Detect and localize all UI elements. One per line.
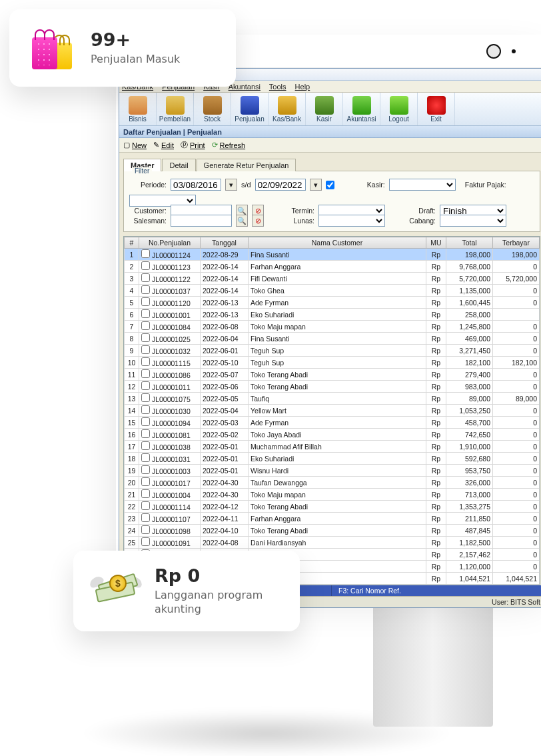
toolbar-button-kasbank[interactable]: Kas/Bank [269, 93, 306, 125]
table-row[interactable]: 5 JL000011202022-06-13Ade FyrmanRp1,600,… [125, 297, 540, 309]
row-checkbox[interactable] [141, 261, 150, 270]
col-header[interactable]: No.Penjualan [139, 237, 201, 249]
row-checkbox[interactable] [141, 501, 150, 510]
breadcrumb: Daftar Penjualan | Penjualan [119, 126, 541, 138]
row-checkbox[interactable] [141, 429, 150, 438]
row-checkbox[interactable] [141, 477, 150, 486]
tab-detail[interactable]: Detail [162, 159, 195, 171]
col-header[interactable]: Tanggal [201, 237, 249, 249]
table-row[interactable]: 19 JL000010032022-05-01Wisnu HardiRp953,… [125, 465, 540, 477]
col-header[interactable]: Terbayar [493, 237, 540, 249]
kas/bank-icon [278, 96, 296, 115]
row-checkbox[interactable] [141, 369, 150, 378]
table-row[interactable]: 21 JL000010042022-04-30Toko Maju mapanRp… [125, 489, 540, 501]
kasir-label: Kasir: [338, 181, 385, 189]
table-row[interactable]: 11 JL000010862022-05-07Toko Terang Abadi… [125, 369, 540, 381]
row-checkbox[interactable] [141, 297, 150, 306]
salesman-search-icon[interactable]: 🔍 [236, 215, 248, 227]
toolbar-button-penjualan[interactable]: Penjualan [231, 93, 269, 125]
row-checkbox[interactable] [141, 417, 150, 426]
table-row[interactable]: 9 JL000010322022-06-01Teguh SupRp3,271,4… [125, 345, 540, 357]
row-checkbox[interactable] [141, 489, 150, 498]
table-row[interactable]: 1 JL000011242022-08-29Fina SusantiRp198,… [125, 249, 540, 261]
toolbar-button-logout[interactable]: Logout [380, 93, 418, 125]
table-row[interactable]: 20 JL000010172022-04-30Taufan DewanggaRp… [125, 477, 540, 489]
faktur-label: Faktur Pajak: [460, 181, 506, 189]
filter-heading: Filter [132, 167, 152, 175]
row-checkbox[interactable] [141, 273, 150, 282]
status-user: User: BITS Soft [492, 598, 540, 606]
table-row[interactable]: 7 JL000010842022-06-08Toko Maju mapanRp1… [125, 321, 540, 333]
print-button[interactable]: ⓟPrint [181, 140, 205, 150]
table-row[interactable]: 25 JL000010912022-04-08Dani HardiansyahR… [125, 537, 540, 549]
sales-grid[interactable]: #No.PenjualanTanggalNama CustomerMUTotal… [123, 236, 540, 585]
periode-to-calendar-icon[interactable]: ▾ [310, 179, 322, 191]
row-checkbox[interactable] [141, 513, 150, 522]
stock-icon [203, 96, 222, 115]
tab-generate-retur[interactable]: Generate Retur Penjualan [197, 159, 296, 171]
periode-from-calendar-icon[interactable]: ▾ [225, 179, 237, 191]
row-checkbox[interactable] [141, 393, 150, 402]
col-header[interactable]: MU [426, 237, 446, 249]
toolbar-button-bisnis[interactable]: Bisnis [119, 93, 157, 125]
row-checkbox[interactable] [141, 333, 150, 342]
table-row[interactable]: 6 JL000010012022-06-13Eko SuhariadiRp258… [125, 309, 540, 321]
row-checkbox[interactable] [141, 285, 150, 294]
promo-card-price: $ Rp 0 Langganan program akunting [73, 551, 300, 631]
main-toolbar: BisnisPembelianStockPenjualanKas/BankKas… [119, 93, 541, 126]
table-row[interactable]: 24 JL000010982022-04-10Toko Terang Abadi… [125, 525, 540, 537]
table-row[interactable]: 4 JL000010372022-06-14Toko GheaRp1,135,0… [125, 285, 540, 297]
periode-enable-checkbox[interactable] [326, 181, 334, 189]
table-row[interactable]: 16 JL000010812022-05-02Toko Jaya AbadiRp… [125, 429, 540, 441]
table-row[interactable]: 8 JL000010252022-06-04Fina SusantiRp469,… [125, 333, 540, 345]
row-checkbox[interactable] [141, 441, 150, 450]
cabang-select[interactable] [440, 215, 506, 227]
kasir-select[interactable] [389, 179, 456, 191]
table-row[interactable]: 2 JL000011232022-06-14Farhan AnggaraRp9,… [125, 261, 540, 273]
row-checkbox[interactable] [141, 525, 150, 534]
menu-help[interactable]: Help [295, 83, 310, 91]
row-checkbox[interactable] [141, 357, 150, 366]
table-row[interactable]: 12 JL000010112022-05-06Toko Terang Abadi… [125, 381, 540, 393]
row-checkbox[interactable] [141, 537, 150, 546]
salesman-label: Salesman: [129, 217, 167, 225]
akuntansi-icon [352, 96, 371, 115]
menu-akuntansi[interactable]: Akuntansi [229, 83, 261, 91]
row-checkbox[interactable] [141, 381, 150, 390]
toolbar-button-kasir[interactable]: Kasir [306, 93, 343, 125]
table-row[interactable]: 15 JL000010942022-05-03Ade FyrmanRp458,7… [125, 417, 540, 429]
lunas-select[interactable] [318, 215, 385, 227]
row-checkbox[interactable] [141, 249, 150, 258]
webcam-icon [486, 44, 501, 59]
table-row[interactable]: 22 JL000011142022-04-12Toko Terang Abadi… [125, 501, 540, 513]
table-row[interactable]: 18 JL000010312022-05-01Eko SuhariadiRp59… [125, 453, 540, 465]
table-row[interactable]: 13 JL000010752022-05-05TaufiqRp89,00089,… [125, 393, 540, 405]
row-checkbox[interactable] [141, 345, 150, 354]
refresh-button[interactable]: ⟳Refresh [212, 141, 246, 149]
table-row[interactable]: 14 JL000010302022-05-04Yellow MartRp1,05… [125, 405, 540, 417]
table-row[interactable]: 17 JL000010382022-05-01Muchammad Afif Bi… [125, 441, 540, 453]
salesman-clear-icon[interactable]: ⊘ [252, 215, 264, 227]
tab-strip: Master Detail Generate Retur Penjualan [123, 158, 540, 171]
row-checkbox[interactable] [141, 321, 150, 330]
periode-from-input[interactable] [171, 179, 221, 191]
new-button[interactable]: ▢New [123, 141, 147, 149]
row-checkbox[interactable] [141, 405, 150, 414]
salesman-input[interactable] [171, 215, 232, 227]
row-checkbox[interactable] [141, 453, 150, 462]
table-row[interactable]: 23 JL000011072022-04-11Farhan AnggaraRp2… [125, 513, 540, 525]
table-row[interactable]: 10 JL000011152022-05-10Teguh SupRp182,10… [125, 357, 540, 369]
row-checkbox[interactable] [141, 465, 150, 474]
row-checkbox[interactable] [141, 309, 150, 318]
toolbar-button-exit[interactable]: Exit [418, 93, 455, 125]
menu-tools[interactable]: Tools [269, 83, 286, 91]
periode-to-input[interactable] [255, 179, 306, 191]
toolbar-button-pembelian[interactable]: Pembelian [157, 93, 194, 125]
table-row[interactable]: 3 JL000011222022-06-14Fifi DewantiRp5,72… [125, 273, 540, 285]
col-header[interactable]: Total [446, 237, 493, 249]
toolbar-button-akuntansi[interactable]: Akuntansi [343, 93, 380, 125]
toolbar-button-stock[interactable]: Stock [194, 93, 231, 125]
edit-button[interactable]: ✎Edit [153, 141, 174, 149]
col-header[interactable]: Nama Customer [249, 237, 426, 249]
col-header[interactable]: # [125, 237, 139, 249]
